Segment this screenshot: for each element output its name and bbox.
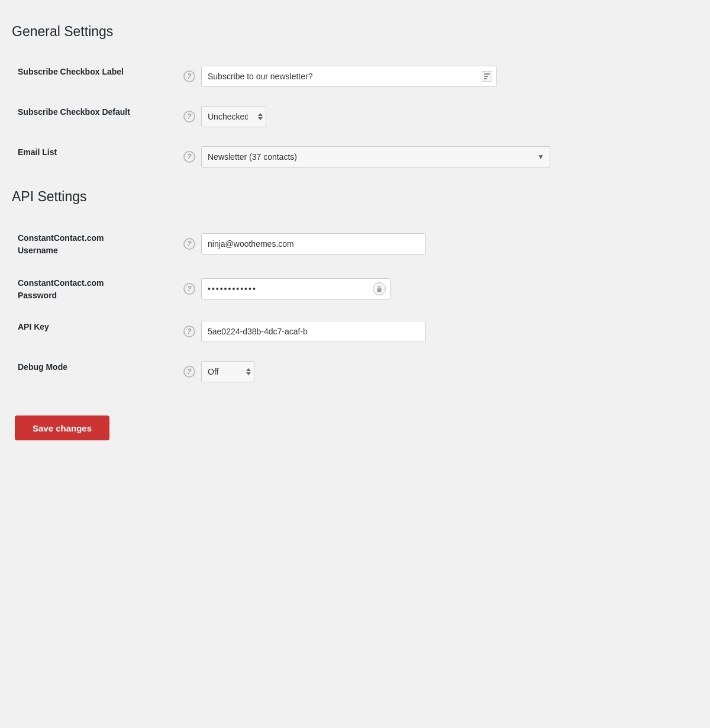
username-row: ConstantContact.com Username ? (12, 221, 698, 266)
subscribe-checkbox-default-help-icon[interactable]: ? (183, 111, 195, 123)
password-label-text: ConstantContact.com Password (18, 278, 104, 300)
svg-rect-3 (377, 288, 382, 292)
email-list-select[interactable]: Newsletter (37 contacts) (201, 146, 550, 167)
text-formatting-icon[interactable] (482, 71, 492, 82)
email-list-field: ? Newsletter (37 contacts) ▼ (183, 146, 692, 167)
api-key-input[interactable] (201, 321, 426, 342)
email-list-label-text: Email List (18, 147, 57, 157)
debug-mode-help-icon[interactable]: ? (183, 366, 195, 378)
api-key-label-text: API Key (18, 322, 49, 331)
subscribe-checkbox-default-row: Subscribe Checkbox Default ? Unchecked C… (12, 96, 698, 137)
svg-rect-2 (484, 78, 487, 79)
svg-rect-0 (484, 73, 490, 75)
api-settings-title: API Settings (12, 189, 698, 205)
debug-mode-select[interactable]: Off On (201, 361, 254, 382)
subscribe-checkbox-default-select-wrapper: Unchecked Checked (201, 106, 266, 127)
subscribe-checkbox-default-field: ? Unchecked Checked (183, 106, 692, 127)
password-row: ConstantContact.com Password ? (12, 266, 698, 311)
subscribe-checkbox-default-select[interactable]: Unchecked Checked (201, 106, 266, 127)
email-list-help-icon[interactable]: ? (183, 151, 195, 163)
email-list-row: Email List ? Newsletter (37 contacts) ▼ (12, 137, 698, 177)
debug-mode-field: ? Off On (183, 361, 692, 382)
password-input-wrapper (201, 278, 390, 299)
svg-rect-1 (484, 76, 488, 77)
general-settings-table: Subscribe Checkbox Label ? (12, 56, 698, 177)
password-field: ? (183, 278, 692, 299)
subscribe-checkbox-label-row: Subscribe Checkbox Label ? (12, 56, 698, 96)
password-help-icon[interactable]: ? (183, 283, 195, 295)
debug-mode-label-text: Debug Mode (18, 362, 67, 372)
username-input[interactable] (201, 233, 426, 255)
subscribe-checkbox-label-help-icon[interactable]: ? (183, 70, 195, 82)
debug-mode-row: Debug Mode ? Off On (12, 352, 698, 392)
api-key-row: API Key ? (12, 311, 698, 352)
password-input[interactable] (201, 278, 390, 299)
password-lock-icon[interactable] (373, 282, 386, 295)
api-key-help-icon[interactable]: ? (183, 326, 195, 337)
subscribe-checkbox-label-input[interactable] (201, 66, 497, 87)
debug-mode-select-wrapper: Off On (201, 361, 254, 382)
subscribe-checkbox-label-field: ? (183, 66, 692, 87)
email-list-select-wrapper: Newsletter (37 contacts) ▼ (201, 146, 550, 167)
username-help-icon[interactable]: ? (183, 238, 195, 250)
api-key-field: ? (183, 321, 692, 342)
general-settings-title: General Settings (12, 24, 698, 40)
subscribe-checkbox-default-text: Subscribe Checkbox Default (18, 107, 130, 117)
subscribe-label-input-wrapper (201, 66, 497, 87)
api-settings-table: ConstantContact.com Username ? ConstantC… (12, 221, 698, 392)
username-label-text: ConstantContact.com Username (18, 233, 104, 255)
save-button-container: Save changes (12, 398, 698, 440)
subscribe-checkbox-label-text: Subscribe Checkbox Label (18, 67, 124, 76)
username-field: ? (183, 233, 692, 255)
save-changes-button[interactable]: Save changes (15, 415, 109, 440)
